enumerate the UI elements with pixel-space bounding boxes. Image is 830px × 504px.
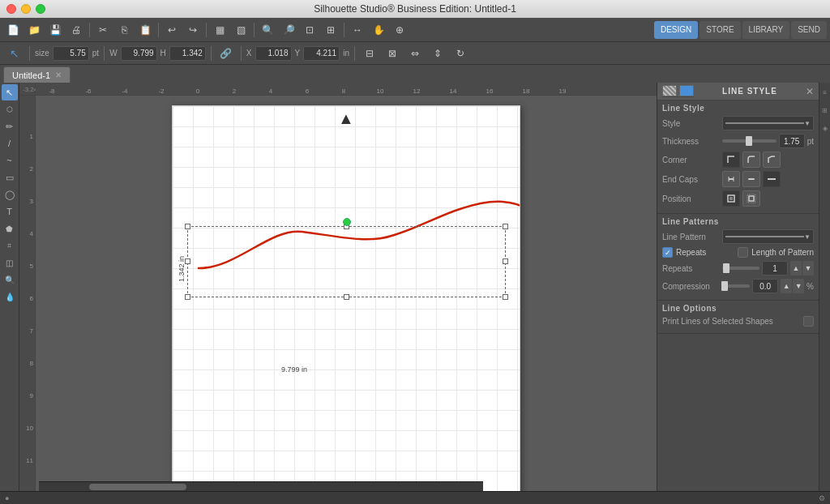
rect-tool[interactable]: ▭ bbox=[2, 169, 18, 186]
library-nav-button[interactable]: LIBRARY bbox=[742, 21, 790, 39]
tab-untitled1[interactable]: Untitled-1 ✕ bbox=[3, 66, 71, 83]
store-nav-button[interactable]: STORE bbox=[700, 21, 740, 39]
node-button[interactable]: ⊕ bbox=[390, 21, 409, 39]
corner-bevel-button[interactable] bbox=[763, 152, 781, 168]
endcap-round-button[interactable] bbox=[742, 171, 760, 187]
draw-tool[interactable]: ✏ bbox=[2, 118, 18, 135]
ellipse-tool[interactable]: ◯ bbox=[2, 186, 18, 203]
cursor-tool[interactable]: ↖ bbox=[5, 45, 24, 62]
position-inside-button[interactable] bbox=[722, 190, 740, 207]
knife-tool[interactable]: ⌗ bbox=[2, 237, 18, 254]
flip-h-button[interactable]: ⇔ bbox=[405, 45, 425, 62]
paste-button[interactable]: 📋 bbox=[135, 21, 155, 39]
eyedrop-tool[interactable]: 💧 bbox=[2, 288, 18, 305]
distribute-button[interactable]: ⊠ bbox=[383, 45, 402, 62]
repeats-up-button[interactable]: ▲ bbox=[790, 261, 802, 275]
far-right-btn3[interactable]: ◈ bbox=[821, 120, 829, 136]
text-tool[interactable]: T bbox=[2, 203, 18, 220]
repeats-checkbox[interactable]: ✓ bbox=[662, 247, 673, 258]
close-button[interactable] bbox=[6, 4, 16, 14]
canvas-page[interactable]: ▲ bbox=[172, 105, 520, 494]
line-pattern-label: Line Pattern bbox=[662, 233, 719, 241]
endcap-square-button[interactable] bbox=[763, 171, 781, 187]
group-button[interactable]: ▦ bbox=[210, 21, 229, 39]
tab-close-icon[interactable]: ✕ bbox=[55, 70, 62, 79]
corner-miter-button[interactable] bbox=[722, 152, 740, 168]
width-input[interactable] bbox=[121, 46, 157, 61]
copy-button[interactable]: ⎘ bbox=[114, 21, 134, 39]
compression-stepper: ▲ ▼ bbox=[781, 279, 804, 293]
width-label: W bbox=[109, 49, 117, 58]
zoom-100-button[interactable]: ⊞ bbox=[321, 21, 340, 39]
minimize-button[interactable] bbox=[21, 4, 31, 14]
eraser-tool[interactable]: ◫ bbox=[2, 254, 18, 271]
repeats-input[interactable] bbox=[762, 261, 788, 275]
print-lines-checkbox[interactable] bbox=[803, 316, 814, 327]
maximize-button[interactable] bbox=[36, 4, 45, 14]
save-button[interactable]: 💾 bbox=[45, 21, 65, 39]
compression-input[interactable] bbox=[752, 279, 778, 293]
rotate-button[interactable]: ↻ bbox=[451, 45, 470, 62]
node-edit-tool[interactable]: ⬡ bbox=[2, 101, 18, 117]
compression-slider[interactable] bbox=[722, 284, 750, 288]
pan-button[interactable]: ✋ bbox=[369, 21, 388, 39]
style-dropdown[interactable]: ▼ bbox=[722, 116, 814, 130]
endcap-butt-button[interactable] bbox=[722, 171, 740, 187]
line-pattern-dropdown[interactable]: ▼ bbox=[722, 229, 814, 244]
corner-round-button[interactable] bbox=[742, 152, 760, 168]
position-outside-button[interactable] bbox=[742, 190, 760, 207]
canvas-scroll[interactable]: ▲ bbox=[36, 96, 657, 504]
zoom-tool[interactable]: 🔍 bbox=[2, 271, 18, 288]
lock-aspect-button[interactable]: 🔗 bbox=[216, 45, 236, 62]
slider-thumb[interactable] bbox=[723, 263, 729, 273]
ungroup-button[interactable]: ▧ bbox=[231, 21, 250, 39]
zoom-fit-button[interactable]: ⊡ bbox=[300, 21, 319, 39]
cut-button[interactable]: ✂ bbox=[93, 21, 113, 39]
x-label: X bbox=[246, 49, 252, 58]
length-checkbox[interactable] bbox=[738, 247, 748, 258]
line-tool[interactable]: / bbox=[2, 135, 18, 152]
compression-up-button[interactable]: ▲ bbox=[781, 279, 792, 293]
thickness-slider[interactable] bbox=[722, 139, 777, 143]
redo-button[interactable]: ↪ bbox=[183, 21, 203, 39]
right-panel: LINE STYLE ✕ Line Style Style ▼ Thicknes… bbox=[657, 83, 819, 504]
repeats-down-button[interactable]: ▼ bbox=[802, 261, 814, 275]
select-tool[interactable]: ↖ bbox=[2, 84, 18, 100]
repeats-checkbox-row: ✓ Repeats Length of Pattern bbox=[662, 247, 814, 258]
fill-color-swatch[interactable] bbox=[679, 85, 694, 96]
mirror-h-button[interactable]: ↔ bbox=[348, 21, 367, 39]
slider-thumb[interactable] bbox=[746, 136, 752, 146]
new-button[interactable]: 📄 bbox=[3, 21, 23, 39]
far-right-btn1[interactable]: ≡ bbox=[821, 84, 829, 100]
svg-rect-6 bbox=[729, 197, 733, 200]
print-button[interactable]: 🖨 bbox=[66, 21, 86, 39]
compression-down-button[interactable]: ▼ bbox=[793, 279, 804, 293]
font-size-input[interactable] bbox=[53, 46, 89, 61]
fill-tool[interactable]: ⬟ bbox=[2, 220, 18, 237]
undo-button[interactable]: ↩ bbox=[162, 21, 182, 39]
bezier-tool[interactable]: ~ bbox=[2, 152, 18, 169]
stroke-color-swatch[interactable] bbox=[662, 85, 677, 96]
x-input[interactable] bbox=[255, 46, 292, 61]
height-input[interactable] bbox=[169, 46, 206, 61]
corner-row: Corner bbox=[662, 152, 814, 168]
flip-v-button[interactable]: ⇕ bbox=[428, 45, 447, 62]
design-nav-button[interactable]: DESIGN bbox=[654, 21, 698, 39]
slider-thumb[interactable] bbox=[721, 281, 728, 291]
thickness-input[interactable] bbox=[779, 134, 805, 148]
align-button[interactable]: ⊟ bbox=[360, 45, 379, 62]
zoom-in-button[interactable]: 🔍 bbox=[258, 21, 277, 39]
window-title: Silhouette Studio® Business Edition: Unt… bbox=[314, 3, 516, 15]
panel-close-button[interactable]: ✕ bbox=[806, 87, 814, 96]
far-right-btn2[interactable]: ⊞ bbox=[821, 102, 829, 118]
horizontal-scrollbar[interactable] bbox=[39, 481, 483, 491]
open-button[interactable]: 📁 bbox=[24, 21, 44, 39]
send-nav-button[interactable]: SEND bbox=[791, 21, 827, 39]
node-handle[interactable] bbox=[343, 218, 351, 226]
repeats-slider[interactable] bbox=[722, 267, 759, 270]
corner-control bbox=[722, 152, 814, 168]
zoom-out-button[interactable]: 🔎 bbox=[279, 21, 298, 39]
ruler-mark: 0 bbox=[196, 88, 199, 95]
scrollbar-thumb[interactable] bbox=[89, 484, 186, 490]
y-input[interactable] bbox=[303, 46, 340, 61]
